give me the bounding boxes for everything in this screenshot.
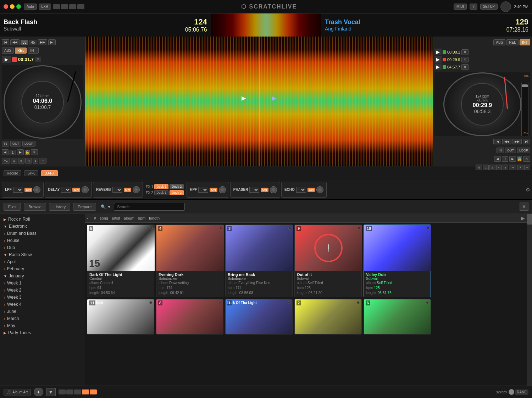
left-speed-33[interactable]: 33	[21, 40, 28, 45]
lpf-knob[interactable]	[33, 186, 40, 193]
sidebar-item-house[interactable]: ♪ House	[0, 237, 85, 244]
sidebar-item-january[interactable]: ▼ January	[0, 272, 85, 280]
echo-on[interactable]: ON	[307, 188, 315, 192]
hpf-knob[interactable]	[219, 186, 226, 193]
right-x2[interactable]: ✕	[461, 57, 469, 62]
left-play[interactable]: ▶	[2, 56, 11, 63]
fx2-deck2[interactable]: Deck 2	[170, 190, 184, 195]
right-play2[interactable]: ▶	[434, 56, 442, 63]
browse-tab[interactable]: Browse	[24, 203, 46, 211]
track-card-3[interactable]: 3 Bring me Back Bobabacker album Everyth…	[225, 225, 293, 297]
phaser-knob[interactable]	[270, 186, 277, 193]
sidebar-item-week1[interactable]: ♪ Week 1	[0, 280, 85, 287]
phaser-on[interactable]: ON	[261, 188, 268, 192]
bottom-ctrl-4[interactable]	[82, 389, 89, 394]
left-x-btn[interactable]: ✕	[35, 57, 41, 62]
left-beat-1-4[interactable]: ¼	[18, 158, 25, 164]
delay-knob[interactable]	[82, 186, 89, 193]
help-button[interactable]: ?	[470, 4, 477, 10]
close-search[interactable]: ✕	[520, 203, 528, 211]
bottom-ctrl-3[interactable]	[74, 389, 81, 394]
sidebar-item-week4[interactable]: ♪ Week 4	[0, 301, 85, 308]
track-card-2[interactable]: 4 Evening Dark Bobabacker album Downsett…	[156, 225, 223, 297]
minimize-button[interactable]	[10, 4, 15, 9]
setup-button[interactable]: SETUP	[480, 4, 498, 10]
col-artist[interactable]: artist	[110, 216, 122, 220]
track-card-6[interactable]: 11 Inc Back	[87, 299, 154, 335]
right-beat-8[interactable]: 8	[503, 165, 508, 170]
reverb-select[interactable]	[112, 187, 122, 193]
left-pitch-reset[interactable]: ✕	[31, 149, 38, 155]
scroll-bar[interactable]	[527, 214, 532, 386]
sidebar-item-march[interactable]: ♪ March	[0, 315, 85, 322]
right-int-btn[interactable]: INT	[520, 39, 530, 45]
left-loop-btn[interactable]: LOOP	[22, 141, 35, 147]
track-card-5[interactable]: 10 Valley Dub Subwall album Self Titled …	[364, 225, 431, 297]
echo-knob[interactable]	[316, 186, 323, 193]
track-card-8[interactable]: 1 Dark Of Tha Light	[225, 299, 293, 335]
col-number[interactable]: #	[92, 216, 98, 220]
delay-select[interactable]	[61, 187, 71, 193]
scroll-thumb[interactable]	[527, 214, 532, 225]
sidebar-item-partytunes[interactable]: ▶ Party Tunes	[0, 329, 85, 336]
col-length[interactable]: length	[147, 216, 161, 220]
right-beat-1[interactable]: 1	[483, 165, 489, 170]
album-art-button[interactable]: 🎵 Album Art	[4, 389, 31, 396]
right-pitch-down[interactable]: ◀	[494, 156, 501, 162]
fx1-deck1[interactable]: Deck 1	[154, 184, 168, 189]
right-beat-4[interactable]: 4	[496, 165, 502, 170]
search-dropdown-icon[interactable]: ▼	[107, 205, 111, 209]
arrow-down-button[interactable]: ▼	[46, 388, 56, 396]
right-platter-area[interactable]: -8% 124 bpm -3.76% 00:29.9 06:58.3 +8%	[434, 72, 530, 136]
record-tab[interactable]: Record	[4, 170, 21, 176]
sidebar-item-week2[interactable]: ♪ Week 2	[0, 287, 85, 294]
left-fwd[interactable]: ▶▶	[38, 39, 47, 45]
djfx-tab[interactable]: DJ-FX	[41, 170, 57, 176]
reverb-on[interactable]: ON	[124, 188, 132, 192]
sidebar-item-drumandbass[interactable]: ♪ Drum and Bass	[0, 230, 85, 237]
right-prev[interactable]: |◀	[493, 139, 501, 144]
echo-select[interactable]	[296, 187, 306, 193]
left-arrows[interactable]: ↔	[39, 158, 46, 164]
left-beat-1[interactable]: 1	[33, 158, 38, 164]
right-lock[interactable]: 🔒	[517, 156, 522, 161]
sidebar-item-dub[interactable]: ♪ Dub	[0, 244, 85, 251]
left-rew[interactable]: ◀◀	[10, 39, 20, 45]
lpf-select[interactable]	[13, 187, 23, 193]
left-stop-btn[interactable]	[12, 57, 17, 62]
fx1-deck2[interactable]: Deck 2	[170, 184, 184, 189]
right-play1[interactable]: ▶	[434, 49, 442, 55]
left-lock[interactable]: 🔒	[25, 150, 30, 155]
bottom-ctrl-1[interactable]	[59, 389, 66, 394]
sidebar-item-week3[interactable]: ♪ Week 3	[0, 294, 85, 301]
sidebar-item-electronic[interactable]: ▼ Electronic	[0, 223, 85, 230]
lpf-on[interactable]: ON	[24, 188, 32, 192]
right-x1[interactable]: ✕	[461, 49, 469, 55]
left-speed-45[interactable]: 45	[29, 40, 37, 45]
left-pitch-down[interactable]: ◀	[2, 149, 9, 155]
right-rel-btn[interactable]: REL	[506, 39, 518, 45]
lxr-button[interactable]: LXR	[39, 4, 51, 10]
sidebar-item-rocknroll[interactable]: ▶ Rock n Roll	[0, 216, 85, 223]
col-bpm[interactable]: bpm	[136, 216, 147, 220]
right-loop-btn[interactable]: LOOP	[517, 148, 530, 153]
sidebar-item-may[interactable]: ♪ May	[0, 322, 85, 329]
files-tab[interactable]: Files	[4, 203, 21, 211]
right-play3[interactable]: ▶	[434, 63, 442, 70]
scroll-right-icon[interactable]: ▶	[521, 215, 525, 221]
right-beat-1-2[interactable]: ½	[476, 165, 482, 170]
track-card-1[interactable]: 15 5 Dark Of The Light Comball album Com…	[87, 225, 154, 297]
right-fwd[interactable]: ▶▶	[512, 139, 522, 144]
left-beat-1-2[interactable]: ½	[25, 158, 32, 164]
left-pitch-up[interactable]: ▶	[17, 149, 24, 155]
left-int-btn[interactable]: INT	[28, 48, 38, 54]
add-button[interactable]: +	[34, 388, 43, 396]
track-card-7[interactable]: 8	[156, 299, 223, 335]
close-button[interactable]	[4, 4, 8, 9]
track-card-9[interactable]: 2	[294, 299, 362, 335]
pitch-thumb[interactable]	[522, 84, 528, 87]
col-album[interactable]: album	[122, 216, 136, 220]
left-platter-area[interactable]: 124 bpm 04:06.0 01:00.7	[2, 65, 83, 139]
prepare-tab[interactable]: Prepare	[73, 203, 96, 211]
right-x3[interactable]: ✕	[461, 64, 469, 70]
